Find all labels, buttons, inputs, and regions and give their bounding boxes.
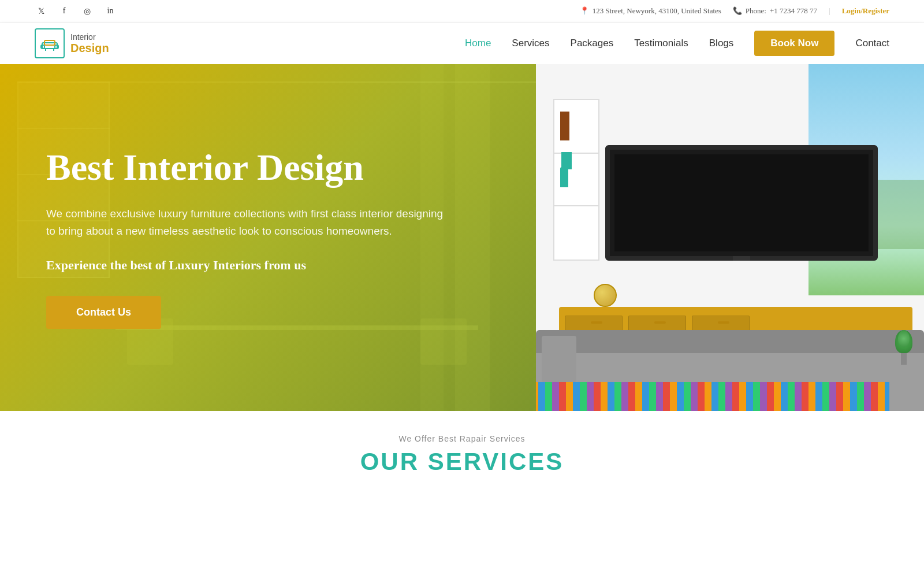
header: Interior Design Home Services Packages T… — [0, 23, 924, 64]
instagram-icon[interactable]: ◎ — [81, 5, 94, 17]
nav-services[interactable]: Services — [512, 38, 549, 49]
address: 📍 123 Street, Newyork, 43100, United Sta… — [580, 6, 721, 16]
hero-section: Best Interior Design We combine exclusiv… — [0, 64, 924, 411]
login-register-link[interactable]: Login/Register — [842, 6, 889, 16]
nav-home[interactable]: Home — [465, 38, 491, 49]
hero-right-panel — [536, 64, 924, 411]
shelf-item-vase — [560, 112, 569, 140]
social-icons: 𝕏 f ◎ in — [35, 5, 117, 17]
twitter-icon[interactable]: 𝕏 — [35, 5, 47, 17]
facebook-icon[interactable]: f — [58, 5, 70, 17]
nav-contact[interactable]: Contact — [855, 38, 889, 49]
linkedin-icon[interactable]: in — [104, 5, 117, 17]
logo-design: Design — [70, 42, 109, 55]
services-subtitle: We Offer Best Rapair Services — [35, 434, 889, 443]
book-now-button[interactable]: Book Now — [754, 31, 834, 56]
divider: | — [829, 6, 830, 16]
services-title: OUR SERVICES — [35, 448, 889, 476]
phone: 📞 Phone: +1 7234 778 77 — [733, 6, 817, 16]
logo: Interior Design — [35, 28, 109, 58]
hero-subtitle: We combine exclusive luxury furniture co… — [46, 205, 450, 240]
room-shelf — [553, 99, 599, 261]
main-nav: Home Services Packages Testimonials Blog… — [465, 31, 889, 56]
logo-text: Interior Design — [70, 32, 109, 55]
phone-label: Phone: — [746, 6, 766, 16]
logo-interior: Interior — [70, 32, 109, 42]
nav-blogs[interactable]: Blogs — [709, 38, 734, 49]
floor-rug — [536, 382, 889, 411]
nav-testimonials[interactable]: Testimonials — [634, 38, 688, 49]
plant-decor — [895, 318, 912, 365]
contact-us-button[interactable]: Contact Us — [46, 296, 161, 329]
nav-packages[interactable]: Packages — [571, 38, 614, 49]
location-icon: 📍 — [580, 6, 589, 16]
contact-info: 📍 123 Street, Newyork, 43100, United Sta… — [580, 6, 889, 16]
services-section: We Offer Best Rapair Services OUR SERVIC… — [0, 411, 924, 493]
hero-tagline: Experience the best of Luxury Interiors … — [46, 258, 490, 273]
hero-content: Best Interior Design We combine exclusiv… — [0, 64, 536, 411]
top-bar: 𝕏 f ◎ in 📍 123 Street, Newyork, 43100, U… — [0, 0, 924, 23]
address-text: 123 Street, Newyork, 43100, United State… — [593, 6, 721, 16]
hero-title: Best Interior Design — [46, 146, 490, 189]
phone-number: +1 7234 778 77 — [770, 6, 817, 16]
tv-display — [605, 145, 878, 261]
logo-icon — [35, 28, 65, 58]
phone-icon: 📞 — [733, 6, 742, 16]
